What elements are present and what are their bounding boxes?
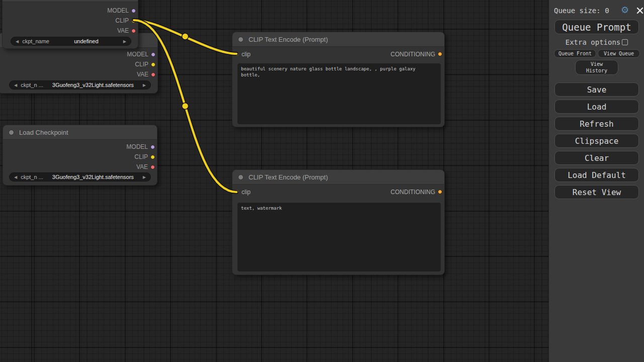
view-history-button[interactable]: View History xyxy=(575,60,618,75)
clip-slot-dot[interactable] xyxy=(151,62,155,67)
prompt-textarea[interactable]: text, watermark xyxy=(237,203,441,272)
output-slot-model: MODEL xyxy=(3,6,138,16)
extra-options-checkbox[interactable] xyxy=(622,39,628,45)
clipspace-button[interactable]: Clipspace xyxy=(554,134,639,148)
view-history-line2: History xyxy=(586,67,607,74)
widget-name: ckpt_name xyxy=(22,38,49,44)
widget-name: ckpt_n ... xyxy=(21,82,43,88)
ckpt-name-widget[interactable]: ◀ ckpt_name undefined ▶ xyxy=(11,37,131,46)
widget-value: 3Guofeng3_v32Light.safetensors xyxy=(43,82,143,88)
load-default-button[interactable]: Load Default xyxy=(554,168,639,182)
view-queue-button[interactable]: View Queue xyxy=(598,49,640,58)
close-icon[interactable] xyxy=(636,7,643,14)
node-graph-canvas[interactable]: MODEL CLIP VAE ◀ ckpt_n ... 3Guofeng3_v3… xyxy=(0,0,548,362)
conditioning-output-dot[interactable] xyxy=(438,52,442,56)
extra-options-row: Extra options xyxy=(549,38,644,46)
comfy-menu: Queue size: 0 ⚙ Queue Prompt Extra optio… xyxy=(548,0,644,362)
widget-name: ckpt_n ... xyxy=(21,174,43,180)
clip-input-dot[interactable] xyxy=(234,190,239,194)
output-slot-model: MODEL xyxy=(0,49,157,59)
queue-size-label: Queue size: 0 xyxy=(554,7,609,15)
output-label: CONDITIONING xyxy=(390,189,435,196)
node-titlebar[interactable]: CLIP Text Encode (Prompt) xyxy=(232,170,444,185)
node-load-checkpoint[interactable]: Load Checkpoint MODEL CLIP VAE ◀ ckpt_n xyxy=(3,125,157,186)
prompt-textarea[interactable]: beautiful scenery nature glass bottle la… xyxy=(237,63,441,124)
widget-prev-icon[interactable]: ◀ xyxy=(14,175,17,179)
slot-label: VAE xyxy=(117,27,129,34)
conditioning-output-dot[interactable] xyxy=(438,190,442,194)
collapse-dot-icon[interactable] xyxy=(9,130,14,135)
menu-header[interactable]: Queue size: 0 ⚙ xyxy=(554,5,640,16)
output-slot-vae: VAE xyxy=(3,26,138,36)
widget-value: undefined xyxy=(49,38,123,44)
widget-next-icon[interactable]: ▶ xyxy=(123,39,126,44)
extra-options-label: Extra options xyxy=(566,38,621,46)
widget-next-icon[interactable]: ▶ xyxy=(143,83,146,87)
save-button[interactable]: Save xyxy=(554,82,639,97)
model-slot-dot[interactable] xyxy=(150,145,155,149)
output-slot-vae: VAE xyxy=(0,69,157,79)
clip-input-dot[interactable] xyxy=(234,52,239,56)
clip-slot-dot[interactable] xyxy=(150,155,155,159)
vae-slot-dot[interactable] xyxy=(131,29,136,33)
node-clip-text-encode-2[interactable]: CLIP Text Encode (Prompt) clip CONDITION… xyxy=(232,169,445,275)
node-checkpoint-top[interactable]: MODEL CLIP VAE ◀ ckpt_name undefined ▶ xyxy=(2,0,138,49)
node-titlebar[interactable]: Load Checkpoint xyxy=(3,125,157,140)
ckpt-name-widget[interactable]: ◀ ckpt_n ... 3Guofeng3_v32Light.safetens… xyxy=(9,172,151,182)
slot-label: VAE xyxy=(136,163,148,170)
input-label: clip xyxy=(242,189,251,196)
node-title-text: CLIP Text Encode (Prompt) xyxy=(249,36,328,43)
io-row: clip CONDITIONING xyxy=(232,47,444,61)
wire-midpoint-dot xyxy=(182,33,189,40)
widget-value: 3Guofeng3_v32Light.safetensors xyxy=(43,174,143,180)
comfyui-app: MODEL CLIP VAE ◀ ckpt_n ... 3Guofeng3_v3… xyxy=(0,0,644,362)
ckpt-name-widget[interactable]: ◀ ckpt_n ... 3Guofeng3_v32Light.safetens… xyxy=(9,80,151,89)
queue-front-button[interactable]: Queue Front xyxy=(554,49,596,58)
wire-midpoint-dot xyxy=(182,103,189,110)
slot-label: MODEL xyxy=(107,7,129,14)
view-history-line1: View xyxy=(591,61,603,67)
model-slot-dot[interactable] xyxy=(131,9,136,13)
collapse-dot-icon[interactable] xyxy=(238,174,244,180)
output-slot-clip: CLIP xyxy=(0,59,157,69)
output-label: CONDITIONING xyxy=(390,51,435,58)
reset-view-button[interactable]: Reset View xyxy=(554,185,639,199)
node-titlebar[interactable]: CLIP Text Encode (Prompt) xyxy=(232,32,444,47)
widget-prev-icon[interactable]: ◀ xyxy=(14,83,17,87)
slot-label: CLIP xyxy=(134,153,148,160)
model-slot-dot[interactable] xyxy=(151,52,155,57)
slot-label: CLIP xyxy=(135,61,148,68)
slot-label: CLIP xyxy=(115,17,129,24)
output-slot-clip: CLIP xyxy=(3,152,157,162)
slot-label: MODEL xyxy=(127,51,148,58)
slot-label: MODEL xyxy=(126,143,148,150)
refresh-button[interactable]: Refresh xyxy=(554,117,639,131)
node-title-text: Load Checkpoint xyxy=(19,129,68,136)
output-slot-vae: VAE xyxy=(3,162,157,172)
node-clip-text-encode-1[interactable]: CLIP Text Encode (Prompt) clip CONDITION… xyxy=(232,32,445,127)
clip-slot-dot[interactable] xyxy=(131,19,136,23)
settings-gear-icon[interactable]: ⚙ xyxy=(621,5,629,16)
queue-prompt-button[interactable]: Queue Prompt xyxy=(554,20,639,34)
vae-slot-dot[interactable] xyxy=(151,72,155,77)
load-button[interactable]: Load xyxy=(554,100,639,114)
output-slot-model: MODEL xyxy=(3,142,157,152)
input-label: clip xyxy=(242,51,251,58)
widget-next-icon[interactable]: ▶ xyxy=(143,175,146,179)
io-row: clip CONDITIONING xyxy=(232,185,444,199)
slot-label: VAE xyxy=(137,71,148,78)
node-title-text: CLIP Text Encode (Prompt) xyxy=(249,173,328,181)
vae-slot-dot[interactable] xyxy=(150,165,155,169)
widget-prev-icon[interactable]: ◀ xyxy=(16,39,19,44)
output-slot-clip: CLIP xyxy=(3,16,138,26)
clear-button[interactable]: Clear xyxy=(554,151,639,165)
collapse-dot-icon[interactable] xyxy=(238,37,244,42)
